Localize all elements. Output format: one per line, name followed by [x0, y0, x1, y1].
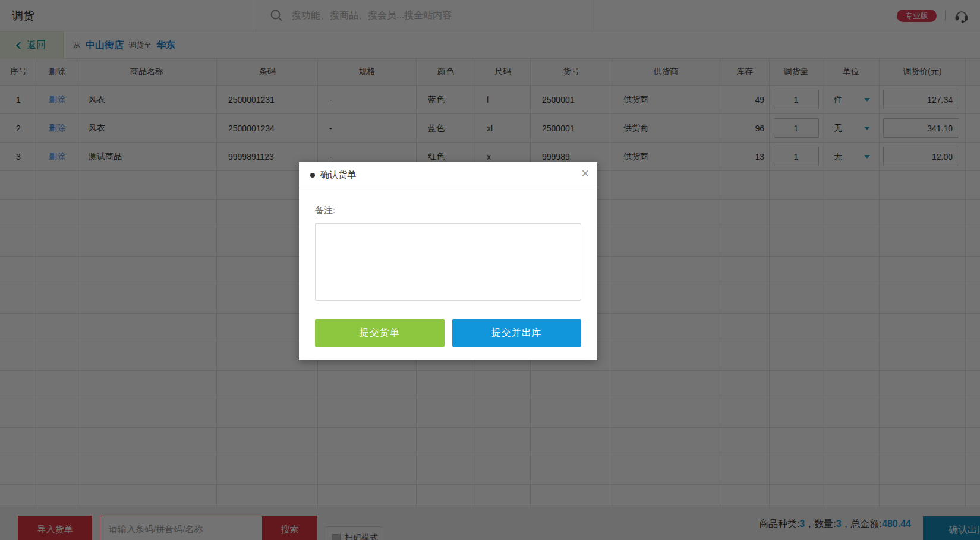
- bullet-icon: [310, 173, 315, 178]
- modal-title: 确认货单: [320, 169, 356, 181]
- submit-order-button[interactable]: 提交货单: [315, 319, 445, 347]
- submit-and-outbound-button[interactable]: 提交并出库: [452, 319, 582, 347]
- close-icon[interactable]: ×: [581, 167, 589, 180]
- confirm-order-modal: 确认货单 × 备注: 提交货单 提交并出库: [299, 162, 597, 360]
- remark-textarea[interactable]: [315, 223, 581, 301]
- remark-label: 备注:: [315, 205, 581, 216]
- modal-header: 确认货单 ×: [299, 162, 597, 188]
